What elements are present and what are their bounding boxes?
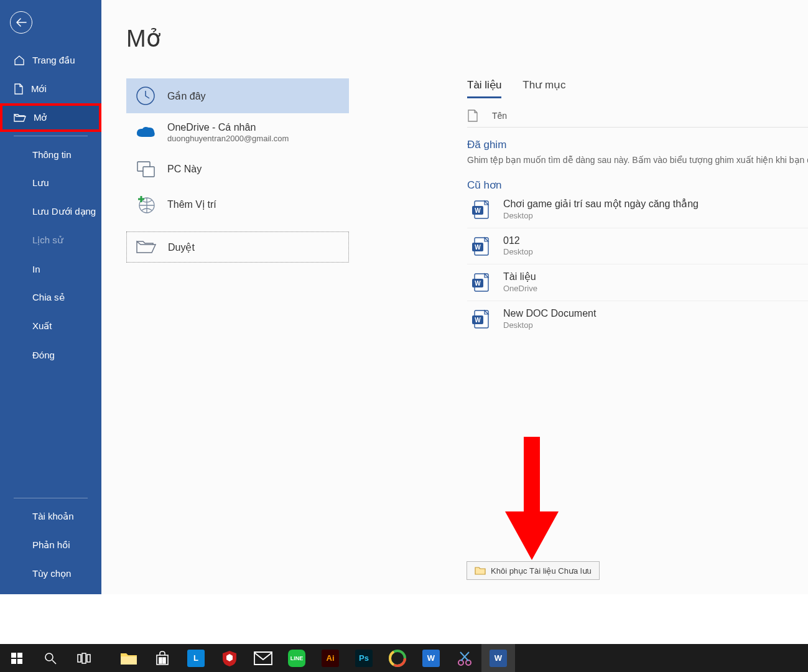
taskbar-app-cococ[interactable] [381,644,414,672]
svg-rect-2 [143,167,154,177]
list-header: Tên [467,110,808,128]
file-name: Tài liệu [503,271,537,284]
section-pinned-hint: Ghim tệp bạn muốn tìm dễ dàng sau này. B… [467,155,808,165]
label: Tài khoản [32,511,74,522]
file-location: OneDrive [503,284,537,294]
tab-folders[interactable]: Thư mục [522,78,565,98]
file-item[interactable]: WNew DOC DocumentDesktop [467,301,808,337]
sidebar-item-home[interactable]: Trang đầu [0,46,101,75]
location-browse[interactable]: Duyệt [126,231,349,263]
label: Lưu [32,177,49,189]
svg-rect-18 [11,659,16,664]
taskbar-app-mail[interactable] [246,644,280,672]
word-doc-icon: W [471,236,491,256]
taskbar-app-store[interactable] [146,644,179,672]
sidebar-item-new[interactable]: Mới [0,75,101,103]
sidebar-item-print[interactable]: In [0,254,101,283]
folder-open-icon [14,113,26,123]
label: Thông tin [32,149,72,160]
svg-text:W: W [475,244,481,251]
label: Gần đây [167,90,206,102]
sidebar-item-options[interactable]: Tùy chọn [0,559,101,588]
account-email: duonghuyentran2000@gmail.com [167,134,289,144]
label: Duyệt [168,241,195,253]
taskbar-app-line[interactable]: LINE [280,644,313,672]
backstage-sidebar: Trang đầu Mới Mở Thông tin Lưu Lưu Dưới … [0,0,101,594]
section-older-title: Cũ hơn [467,179,808,192]
taskbar-apps: LLINEAiPsWW [112,644,515,672]
label: Tùy chọn [32,568,71,579]
taskbar-app-snip[interactable] [448,644,481,672]
sidebar-item-export[interactable]: Xuất [0,312,101,340]
recover-unsaved-button[interactable]: Khôi phục Tài liệu Chưa lưu [467,561,600,580]
file-item[interactable]: WChơi game giải trí sau một ngày căng th… [467,192,808,228]
svg-rect-25 [159,658,162,660]
taskbar-app-photoshop[interactable]: Ps [347,644,381,672]
main-panel: Mở Gần đây OneDrive - Cá nhân duonghuyen… [101,0,808,594]
tab-documents[interactable]: Tài liệu [467,78,501,98]
svg-point-32 [458,660,463,665]
file-location: Desktop [503,320,596,331]
file-location: Desktop [503,247,533,258]
label: Chia sẻ [32,292,65,303]
sidebar-item-close[interactable]: Đóng [0,340,101,369]
sidebar-item-saveas[interactable]: Lưu Dưới dạng [0,197,101,226]
file-name: Chơi game giải trí sau một ngày căng thẳ… [503,198,699,211]
computer-icon [135,159,156,180]
start-button[interactable] [0,644,34,672]
sidebar-item-share[interactable]: Chia sẻ [0,283,101,312]
file-icon [467,110,478,122]
sidebar-item-account[interactable]: Tài khoản [0,502,101,531]
file-item[interactable]: WTài liệuOneDrive [467,264,808,301]
word-doc-icon: W [471,309,491,329]
taskbar: LLINEAiPsWW [0,644,808,672]
location-recent[interactable]: Gần đây [126,78,349,113]
svg-text:W: W [475,317,481,324]
add-globe-icon [135,194,156,215]
location-addplace[interactable]: Thêm Vị trí [126,187,349,222]
file-icon [14,83,24,95]
taskbar-app-wps[interactable]: W [414,644,448,672]
search-button[interactable] [34,644,67,672]
svg-rect-27 [159,661,162,663]
svg-rect-17 [17,653,22,658]
location-onedrive[interactable]: OneDrive - Cá nhân duonghuyentran2000@gm… [126,113,349,152]
label: In [32,264,40,274]
taskbar-app-mcafee[interactable] [213,644,246,672]
section-pinned-title: Đã ghim [467,139,808,151]
sidebar-item-info[interactable]: Thông tin [0,140,101,169]
sidebar-item-save[interactable]: Lưu [0,169,101,197]
file-name: 012 [503,235,533,248]
svg-rect-21 [78,655,81,662]
back-button[interactable] [10,11,32,34]
sidebar-item-history: Lịch sử [0,226,101,254]
label: PC Này [167,164,202,175]
taskview-button[interactable] [67,644,101,672]
sidebar-item-open[interactable]: Mở [0,103,101,132]
file-name: New DOC Document [503,307,596,320]
svg-point-33 [466,660,471,665]
sidebar-item-feedback[interactable]: Phản hồi [0,531,101,559]
windows-icon [11,653,22,664]
taskbar-app-file-explorer[interactable] [112,644,146,672]
taskbar-app-lenovo[interactable]: L [179,644,213,672]
word-doc-icon: W [471,200,491,220]
taskbar-app-word[interactable]: W [481,644,515,672]
folder-icon [475,566,486,576]
location-thispc[interactable]: PC Này [126,152,349,187]
onedrive-icon [135,122,156,143]
svg-rect-26 [163,658,165,660]
page-title: Mở [101,0,808,60]
label: Trang đầu [32,55,75,66]
file-item[interactable]: W012Desktop [467,228,808,265]
taskbar-app-illustrator[interactable]: Ai [313,644,347,672]
svg-point-20 [45,653,53,661]
svg-rect-16 [11,653,16,658]
home-icon [14,55,25,66]
label: Thêm Vị trí [167,198,216,210]
svg-text:W: W [475,280,481,287]
svg-rect-23 [87,655,90,662]
svg-text:W: W [475,207,481,214]
file-list: WChơi game giải trí sau một ngày căng th… [467,192,808,337]
label: Phản hồi [32,539,70,551]
